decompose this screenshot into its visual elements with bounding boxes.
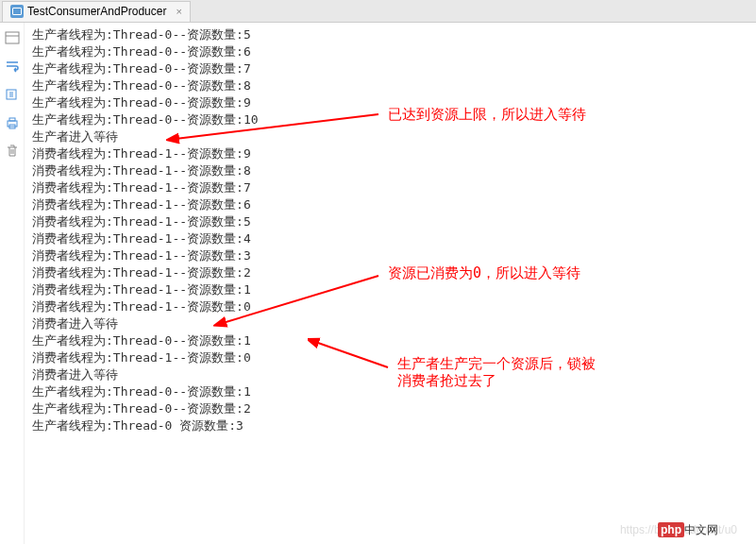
svg-rect-0 [6,32,19,43]
annotation-limit: 已达到资源上限，所以进入等待 [388,106,586,123]
svg-rect-4 [9,118,15,121]
log-line: 生产者线程为:Thread-0--资源数量:8 [32,77,748,94]
log-line: 生产者线程为:Thread-0--资源数量:1 [32,332,748,349]
logo-php: php [658,522,684,537]
console-output: 生产者线程为:Thread-0--资源数量:5 生产者线程为:Thread-0-… [25,23,756,544]
annotation-lock-line2: 消费者抢过去了 [397,372,596,389]
log-line: 消费者进入等待 [32,315,748,332]
log-line: 生产者线程为:Thread-0--资源数量:7 [32,60,748,77]
log-line: 消费者线程为:Thread-1--资源数量:8 [32,162,748,179]
annotation-zero: 资源已消费为0，所以进入等待 [388,264,580,281]
log-line: 消费者线程为:Thread-1--资源数量:9 [32,145,748,162]
tab-testconsumerandproducer[interactable]: TestConsumerAndProducer × [2,1,191,22]
log-line: 生产者线程为:Thread-0 资源数量:3 [32,417,748,434]
log-line: 消费者进入等待 [32,366,748,383]
log-line: 生产者线程为:Thread-0--资源数量:1 [32,383,748,400]
tab-bar: TestConsumerAndProducer × [0,0,756,23]
annotation-lock-line1: 生产者生产完一个资源后，锁被 [397,355,596,372]
log-line: 消费者线程为:Thread-1--资源数量:0 [32,298,748,315]
log-line: 消费者线程为:Thread-1--资源数量:7 [32,179,748,196]
log-line: 消费者线程为:Thread-1--资源数量:6 [32,196,748,213]
log-line: 消费者线程为:Thread-1--资源数量:0 [32,349,748,366]
close-icon[interactable]: × [176,6,181,17]
log-line: 生产者线程为:Thread-0--资源数量:6 [32,43,748,60]
trash-icon[interactable] [5,144,20,159]
log-line: 消费者线程为:Thread-1--资源数量:5 [32,213,748,230]
log-line: 生产者线程为:Thread-0--资源数量:5 [32,26,748,43]
print-icon[interactable] [5,115,20,130]
log-line: 消费者线程为:Thread-1--资源数量:4 [32,230,748,247]
logo-cn: 中文网 [684,523,718,536]
main: 生产者线程为:Thread-0--资源数量:5 生产者线程为:Thread-0-… [0,23,756,544]
layout-icon[interactable] [5,30,20,45]
wrap-icon[interactable] [5,59,20,74]
annotation-lock: 生产者生产完一个资源后，锁被 消费者抢过去了 [397,355,596,389]
log-line: 生产者线程为:Thread-0--资源数量:2 [32,400,748,417]
scroll-icon[interactable] [5,87,20,102]
gutter [0,23,25,544]
tab-label: TestConsumerAndProducer [27,5,166,18]
log-line: 消费者线程为:Thread-1--资源数量:3 [32,247,748,264]
log-line: 生产者进入等待 [32,128,748,145]
logo-badge: php中文网 [658,522,718,538]
log-line: 消费者线程为:Thread-1--资源数量:1 [32,281,748,298]
run-icon [10,5,24,18]
